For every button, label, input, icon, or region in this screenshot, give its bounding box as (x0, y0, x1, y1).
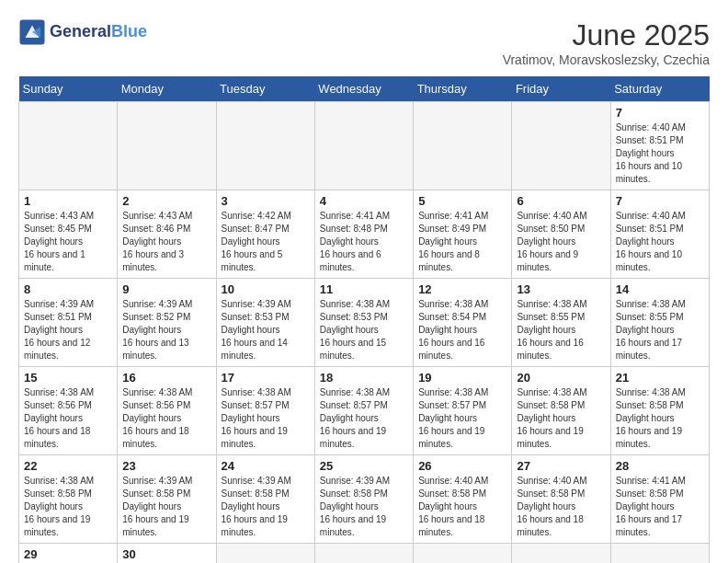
calendar-table: Sunday Monday Tuesday Wednesday Thursday… (18, 76, 710, 563)
calendar-cell: 11Sunrise: 4:38 AMSunset: 8:53 PMDayligh… (314, 279, 413, 367)
day-info: Sunrise: 4:38 AMSunset: 8:53 PMDaylight … (320, 298, 408, 362)
day-info: Sunrise: 4:43 AMSunset: 8:46 PMDaylight … (122, 210, 210, 274)
day-info: Sunrise: 4:39 AMSunset: 8:58 PMDaylight … (122, 475, 210, 539)
day-number: 16 (122, 371, 210, 385)
calendar-cell: 4Sunrise: 4:41 AMSunset: 8:48 PMDaylight… (314, 190, 413, 279)
calendar-cell: 14Sunrise: 4:38 AMSunset: 8:55 PMDayligh… (610, 279, 709, 367)
calendar-week-row: 7Sunrise: 4:40 AMSunset: 8:51 PMDaylight… (19, 102, 710, 190)
day-number: 3 (222, 194, 310, 208)
day-number: 27 (517, 459, 605, 473)
day-info: Sunrise: 4:40 AMSunset: 8:51 PMDaylight … (616, 121, 704, 186)
calendar-cell (512, 544, 610, 564)
calendar-cell: 19Sunrise: 4:38 AMSunset: 8:57 PMDayligh… (414, 367, 512, 455)
calendar-cell (118, 102, 216, 190)
day-info: Sunrise: 4:38 AMSunset: 8:57 PMDaylight … (222, 386, 310, 451)
day-number: 22 (24, 459, 112, 473)
calendar-cell: 9Sunrise: 4:39 AMSunset: 8:52 PMDaylight… (118, 279, 216, 367)
day-info: Sunrise: 4:39 AMSunset: 8:53 PMDaylight … (222, 298, 310, 362)
day-number: 13 (517, 282, 605, 296)
calendar-cell: 24Sunrise: 4:39 AMSunset: 8:58 PMDayligh… (216, 455, 314, 544)
col-tuesday: Tuesday (216, 76, 314, 102)
day-info: Sunrise: 4:41 AMSunset: 8:58 PMDaylight … (616, 475, 704, 539)
calendar-cell (414, 544, 512, 564)
day-number: 21 (616, 371, 704, 385)
col-monday: Monday (118, 76, 216, 102)
calendar-cell: 6Sunrise: 4:40 AMSunset: 8:50 PMDaylight… (512, 190, 610, 279)
logo-text: GeneralBlue (50, 23, 147, 41)
calendar-cell: 26Sunrise: 4:40 AMSunset: 8:58 PMDayligh… (414, 455, 512, 544)
day-number: 28 (616, 459, 704, 473)
col-sunday: Sunday (19, 76, 118, 102)
calendar-header-row: Sunday Monday Tuesday Wednesday Thursday… (19, 76, 710, 102)
calendar-cell: 5Sunrise: 4:41 AMSunset: 8:49 PMDaylight… (414, 190, 512, 279)
day-info: Sunrise: 4:42 AMSunset: 8:47 PMDaylight … (222, 210, 310, 274)
day-info: Sunrise: 4:38 AMSunset: 8:55 PMDaylight … (517, 298, 605, 362)
calendar-cell: 7Sunrise: 4:40 AMSunset: 8:51 PMDaylight… (610, 190, 709, 279)
day-number: 24 (222, 459, 310, 473)
logo: GeneralBlue (18, 18, 147, 46)
col-wednesday: Wednesday (314, 76, 413, 102)
calendar-cell: 8Sunrise: 4:39 AMSunset: 8:51 PMDaylight… (19, 279, 118, 367)
calendar-cell: 16Sunrise: 4:38 AMSunset: 8:56 PMDayligh… (118, 367, 216, 455)
day-info: Sunrise: 4:39 AMSunset: 8:51 PMDaylight … (24, 298, 112, 362)
calendar-cell: 20Sunrise: 4:38 AMSunset: 8:58 PMDayligh… (512, 367, 610, 455)
day-info: Sunrise: 4:39 AMSunset: 8:52 PMDaylight … (122, 298, 210, 362)
col-thursday: Thursday (414, 76, 512, 102)
day-info: Sunrise: 4:38 AMSunset: 8:54 PMDaylight … (418, 298, 506, 362)
day-info: Sunrise: 4:38 AMSunset: 8:58 PMDaylight … (517, 386, 605, 451)
day-info: Sunrise: 4:40 AMSunset: 8:58 PMDaylight … (517, 475, 605, 539)
day-number: 6 (517, 194, 605, 208)
location-subtitle: Vratimov, Moravskoslezsky, Czechia (503, 52, 710, 67)
day-info: Sunrise: 4:38 AMSunset: 8:58 PMDaylight … (24, 475, 112, 539)
calendar-cell: 30Sunrise: 4:42 AMSunset: 8:58 PMDayligh… (118, 544, 216, 564)
day-info: Sunrise: 4:38 AMSunset: 8:55 PMDaylight … (616, 298, 704, 362)
calendar-cell: 21Sunrise: 4:38 AMSunset: 8:58 PMDayligh… (610, 367, 709, 455)
logo-icon (18, 18, 46, 46)
calendar-cell: 22Sunrise: 4:38 AMSunset: 8:58 PMDayligh… (19, 455, 118, 544)
day-number: 10 (222, 282, 310, 296)
calendar-cell: 7Sunrise: 4:40 AMSunset: 8:51 PMDaylight… (610, 102, 709, 190)
day-number: 23 (122, 459, 210, 473)
calendar-cell: 12Sunrise: 4:38 AMSunset: 8:54 PMDayligh… (414, 279, 512, 367)
day-number: 11 (320, 282, 408, 296)
title-block: June 2025 Vratimov, Moravskoslezsky, Cze… (503, 18, 710, 67)
day-number: 17 (222, 371, 310, 385)
day-number: 14 (616, 282, 704, 296)
day-info: Sunrise: 4:40 AMSunset: 8:58 PMDaylight … (418, 475, 506, 539)
calendar-cell: 13Sunrise: 4:38 AMSunset: 8:55 PMDayligh… (512, 279, 610, 367)
day-number: 19 (418, 371, 506, 385)
day-number: 26 (418, 459, 506, 473)
day-number: 20 (517, 371, 605, 385)
day-number: 1 (24, 194, 112, 208)
calendar-cell (414, 102, 512, 190)
calendar-week-row: 1Sunrise: 4:43 AMSunset: 8:45 PMDaylight… (19, 190, 710, 279)
day-number: 25 (320, 459, 408, 473)
calendar-cell (216, 102, 314, 190)
day-info: Sunrise: 4:38 AMSunset: 8:56 PMDaylight … (122, 386, 210, 451)
day-info: Sunrise: 4:38 AMSunset: 8:57 PMDaylight … (418, 386, 506, 451)
day-number: 30 (122, 547, 210, 561)
calendar-cell (216, 544, 314, 564)
day-number: 8 (24, 282, 112, 296)
month-title: June 2025 (503, 18, 710, 52)
day-info: Sunrise: 4:41 AMSunset: 8:49 PMDaylight … (418, 210, 506, 274)
day-number: 9 (122, 282, 210, 296)
page-header: GeneralBlue June 2025 Vratimov, Moravsko… (18, 18, 710, 67)
calendar-week-row: 8Sunrise: 4:39 AMSunset: 8:51 PMDaylight… (19, 279, 710, 367)
col-friday: Friday (512, 76, 610, 102)
calendar-cell: 29Sunrise: 4:41 AMSunset: 8:58 PMDayligh… (19, 544, 118, 564)
calendar-cell: 28Sunrise: 4:41 AMSunset: 8:58 PMDayligh… (610, 455, 709, 544)
day-number: 15 (24, 371, 112, 385)
calendar-week-row: 15Sunrise: 4:38 AMSunset: 8:56 PMDayligh… (19, 367, 710, 455)
calendar-cell: 18Sunrise: 4:38 AMSunset: 8:57 PMDayligh… (314, 367, 413, 455)
calendar-cell: 3Sunrise: 4:42 AMSunset: 8:47 PMDaylight… (216, 190, 314, 279)
day-number: 18 (320, 371, 408, 385)
col-saturday: Saturday (610, 76, 709, 102)
day-info: Sunrise: 4:43 AMSunset: 8:45 PMDaylight … (24, 210, 112, 274)
calendar-cell: 25Sunrise: 4:39 AMSunset: 8:58 PMDayligh… (314, 455, 413, 544)
day-info: Sunrise: 4:40 AMSunset: 8:50 PMDaylight … (517, 210, 605, 274)
day-number: 2 (122, 194, 210, 208)
calendar-week-row: 22Sunrise: 4:38 AMSunset: 8:58 PMDayligh… (19, 455, 710, 544)
calendar-cell: 10Sunrise: 4:39 AMSunset: 8:53 PMDayligh… (216, 279, 314, 367)
calendar-cell (19, 102, 118, 190)
